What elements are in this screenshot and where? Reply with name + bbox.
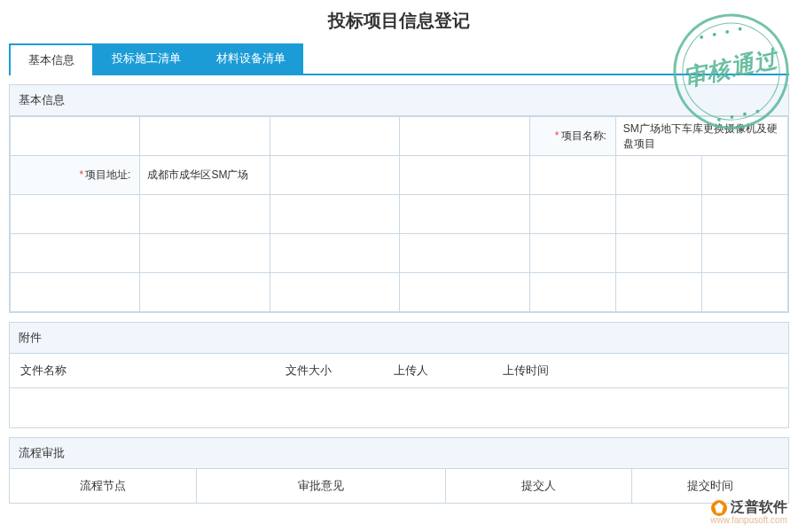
- attachments-body: [10, 388, 788, 427]
- col-upload-time: 上传时间: [492, 354, 648, 387]
- basic-info-header: 基本信息: [10, 85, 788, 116]
- page-title: 投标项目信息登记: [0, 0, 798, 43]
- col-opinion: 审批意见: [197, 469, 446, 503]
- tabs-bar: 基本信息 投标施工清单 材料设备清单: [9, 43, 789, 75]
- col-file-size: 文件大小: [275, 354, 384, 387]
- attachments-columns: 文件名称 文件大小 上传人 上传时间: [10, 354, 788, 388]
- attachments-header: 附件: [10, 323, 788, 354]
- basic-info-table: *项目名称: SM广场地下车库更换摄像机及硬盘项目 *项目地址: 成都市成华区S…: [10, 116, 788, 312]
- project-name-value: SM广场地下车库更换摄像机及硬盘项目: [615, 117, 787, 156]
- col-submit-time: 提交时间: [632, 469, 788, 503]
- required-asterisk: *: [79, 168, 83, 181]
- col-node: 流程节点: [10, 469, 197, 503]
- attachments-section: 附件 文件名称 文件大小 上传人 上传时间: [9, 322, 789, 428]
- watermark-url: www.fanpusoft.com: [710, 515, 787, 525]
- project-name-label: *项目名称:: [529, 117, 615, 156]
- tab-construction-list[interactable]: 投标施工清单: [94, 43, 199, 74]
- required-asterisk: *: [555, 129, 559, 142]
- col-uploader: 上传人: [383, 354, 492, 387]
- project-address-value: 成都市成华区SM广场: [140, 156, 270, 195]
- approval-header: 流程审批: [10, 438, 788, 469]
- tab-basic-info[interactable]: 基本信息: [9, 43, 94, 75]
- approval-section: 流程审批 流程节点 审批意见 提交人 提交时间: [9, 437, 789, 504]
- project-address-label: *项目地址:: [11, 156, 140, 195]
- tab-materials-list[interactable]: 材料设备清单: [199, 43, 303, 74]
- col-submitter: 提交人: [446, 469, 633, 503]
- col-file-name: 文件名称: [10, 354, 275, 387]
- basic-info-section: 基本信息 *项目名称: SM广场地下车库更换摄像机及硬盘项目 *项目地址: 成都…: [9, 84, 789, 313]
- approval-columns: 流程节点 审批意见 提交人 提交时间: [10, 469, 788, 503]
